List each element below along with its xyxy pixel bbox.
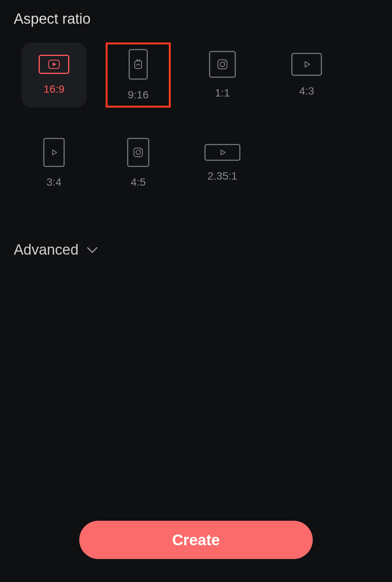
svg-marker-1 [53, 62, 56, 66]
svg-point-9 [136, 150, 140, 154]
ratio-label: 9:16 [128, 89, 149, 101]
ratio-option-1-1[interactable]: 1:1 [190, 43, 255, 108]
ratio-label: 1:1 [215, 87, 230, 99]
create-button[interactable]: Create [79, 521, 313, 559]
section-title: Aspect ratio [14, 11, 378, 27]
ratio-option-2-35-1[interactable]: 2.35:1 [190, 131, 255, 196]
advanced-label: Advanced [14, 242, 78, 258]
svg-point-10 [140, 149, 141, 150]
ratio-label: 3:4 [47, 176, 62, 188]
svg-point-4 [220, 62, 225, 67]
ratio-label: 16:9 [44, 83, 65, 95]
ratio-option-4-5[interactable]: 4:5 [106, 131, 171, 196]
ratio-option-4-3[interactable]: 4:3 [274, 43, 339, 108]
advanced-toggle[interactable]: Advanced [14, 242, 378, 258]
instagram-icon [209, 51, 236, 78]
ratio-label: 2.35:1 [207, 170, 237, 182]
play-icon [43, 138, 65, 167]
ratio-label: 4:3 [299, 85, 314, 97]
play-icon [204, 144, 240, 161]
youtube-play-icon [39, 55, 69, 74]
ratio-label: 4:5 [131, 176, 146, 188]
svg-marker-11 [221, 150, 225, 155]
ratio-option-3-4[interactable]: 3:4 [21, 131, 87, 196]
instagram-icon [127, 138, 149, 167]
svg-marker-6 [305, 62, 310, 67]
svg-rect-2 [135, 61, 142, 69]
ratio-option-16-9[interactable]: 16:9 [21, 43, 87, 108]
aspect-ratio-grid: 16:9 9:16 1:1 [14, 43, 378, 196]
svg-marker-7 [52, 150, 57, 155]
play-icon [291, 53, 322, 76]
igtv-icon [129, 49, 148, 80]
svg-rect-8 [134, 148, 142, 157]
svg-point-5 [225, 61, 226, 62]
svg-rect-3 [218, 60, 227, 69]
chevron-down-icon [86, 246, 98, 254]
ratio-option-9-16[interactable]: 9:16 [106, 43, 171, 108]
